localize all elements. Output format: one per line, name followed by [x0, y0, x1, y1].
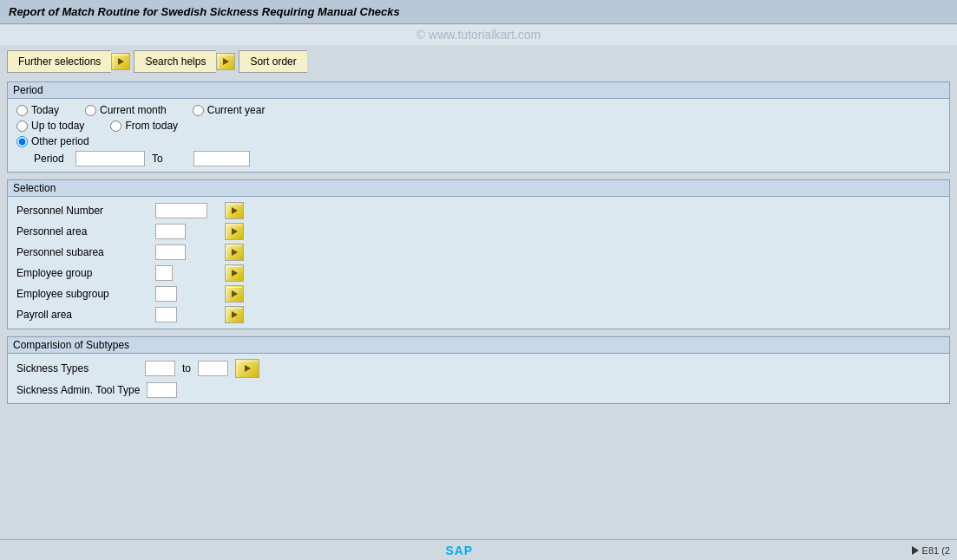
personnel-number-label: Personnel Number [16, 205, 155, 217]
personnel-area-input[interactable] [155, 224, 186, 239]
employee-subgroup-arrow[interactable] [225, 285, 244, 303]
radio-from-today-label: From today [125, 120, 178, 132]
payroll-area-label: Payroll area [16, 309, 155, 321]
period-input-row: Period To [16, 151, 941, 166]
personnel-area-label: Personnel area [16, 225, 155, 238]
personnel-subarea-label: Personnel subarea [16, 246, 155, 258]
radio-other-period-label: Other period [31, 135, 89, 147]
payroll-area-arrow[interactable] [225, 306, 244, 323]
radio-up-to-today-input[interactable] [16, 120, 28, 132]
period-row-3: Other period [16, 135, 941, 147]
radio-today-label: Today [31, 104, 59, 116]
further-selections-arrow-icon[interactable] [111, 53, 130, 70]
period-to-input[interactable] [193, 151, 250, 166]
selection-section-body: Personnel Number Personnel area Personne… [8, 197, 949, 329]
radio-current-month-label: Current month [100, 104, 167, 116]
sickness-admin-input[interactable] [147, 382, 177, 398]
radio-current-year-input[interactable] [193, 105, 204, 116]
radio-other-period-input[interactable] [16, 136, 28, 147]
selection-section-title: Selection [8, 180, 949, 197]
status-text: E81 (2 [922, 545, 950, 556]
employee-group-label: Employee group [16, 267, 155, 279]
radio-other-period[interactable]: Other period [16, 135, 89, 147]
period-section: Period Today Current month Current year [7, 81, 950, 173]
search-helps-tab-group: Search helps [134, 50, 235, 73]
radio-from-today[interactable]: From today [110, 120, 178, 132]
sickness-admin-label: Sickness Admin. Tool Type [16, 384, 140, 396]
sap-logo: SAP [445, 544, 473, 557]
personnel-number-arrow[interactable] [225, 202, 244, 219]
subtypes-grid: Sickness Types to Sickness Admin. Tool T… [16, 359, 941, 398]
period-row-2: Up to today From today [16, 120, 941, 132]
page-title: Report of Match Routine for Swedish Sick… [9, 5, 400, 18]
status-right: E81 (2 [912, 545, 950, 556]
title-bar: Report of Match Routine for Swedish Sick… [0, 0, 957, 24]
sickness-types-arrow[interactable] [235, 359, 259, 378]
sickness-types-row: Sickness Types to [16, 359, 941, 378]
period-row-1: Today Current month Current year [16, 104, 941, 116]
radio-from-today-input[interactable] [110, 120, 121, 132]
radio-up-to-today-label: Up to today [31, 120, 84, 132]
employee-group-input[interactable] [155, 265, 173, 281]
employee-subgroup-input[interactable] [155, 286, 177, 302]
subtypes-section: Comparision of Subtypes Sickness Types t… [7, 336, 950, 404]
search-helps-arrow-icon[interactable] [216, 53, 235, 70]
sort-order-tab-group: Sort order [239, 50, 306, 73]
watermark: © www.tutorialkart.com [0, 24, 957, 45]
selection-section: Selection Personnel Number Personnel are… [7, 179, 950, 329]
radio-current-year-label: Current year [207, 104, 265, 116]
period-from-label: Period [34, 153, 69, 165]
personnel-subarea-arrow[interactable] [225, 244, 244, 261]
radio-today[interactable]: Today [16, 104, 59, 116]
radio-current-month[interactable]: Current month [85, 104, 167, 116]
employee-subgroup-label: Employee subgroup [16, 288, 155, 300]
radio-current-year[interactable]: Current year [193, 104, 265, 116]
employee-group-arrow[interactable] [225, 264, 244, 282]
radio-current-month-input[interactable] [85, 105, 96, 116]
payroll-area-input[interactable] [155, 307, 177, 322]
selection-grid: Personnel Number Personnel area Personne… [16, 202, 941, 323]
sickness-types-to-label: to [182, 362, 191, 374]
content-area: Period Today Current month Current year [0, 78, 957, 414]
play-icon [912, 546, 919, 555]
radio-today-input[interactable] [16, 105, 28, 116]
period-section-title: Period [8, 82, 949, 99]
subtypes-section-body: Sickness Types to Sickness Admin. Tool T… [8, 354, 949, 403]
radio-up-to-today[interactable]: Up to today [16, 120, 84, 132]
sickness-types-label: Sickness Types [16, 362, 138, 374]
personnel-subarea-input[interactable] [155, 244, 186, 260]
period-section-body: Today Current month Current year Up to t… [8, 99, 949, 172]
period-from-input[interactable] [75, 151, 145, 166]
period-to-label: To [152, 153, 187, 165]
sickness-types-to-input[interactable] [198, 361, 228, 376]
bottom-bar: SAP E81 (2 [0, 539, 957, 560]
search-helps-button[interactable]: Search helps [134, 50, 216, 73]
further-selections-button[interactable]: Further selections [7, 50, 111, 73]
sickness-admin-row: Sickness Admin. Tool Type [16, 382, 941, 398]
toolbar: Further selections Search helps Sort ord… [0, 45, 957, 78]
personnel-number-input[interactable] [155, 203, 207, 218]
further-selections-tab-group: Further selections [7, 50, 130, 73]
sort-order-button[interactable]: Sort order [239, 50, 306, 73]
sickness-types-from-input[interactable] [145, 361, 175, 376]
personnel-area-arrow[interactable] [225, 223, 244, 240]
subtypes-section-title: Comparision of Subtypes [8, 337, 949, 354]
